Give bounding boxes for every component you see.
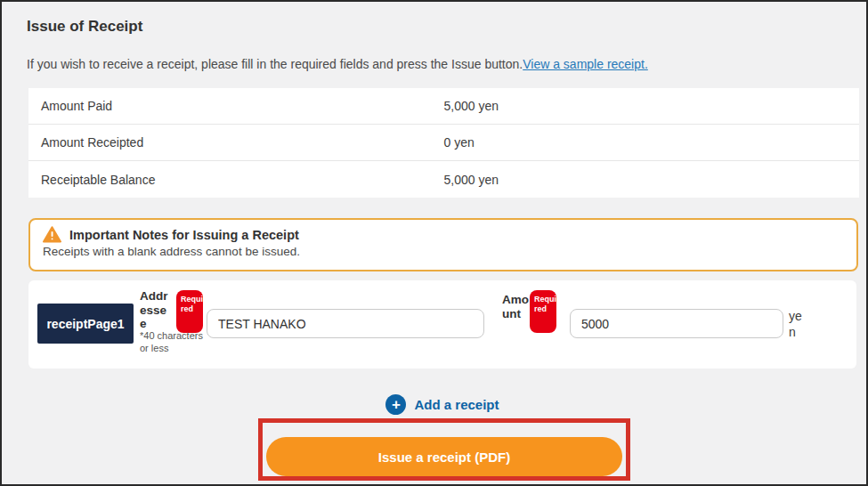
row-value: 5,000 yen <box>444 99 860 113</box>
table-row: Receiptable Balance 5,000 yen <box>28 161 859 198</box>
row-value: 5,000 yen <box>444 173 860 187</box>
row-value: 0 yen <box>444 135 860 150</box>
table-row: Amount Receipted 0 yen <box>28 125 859 161</box>
plus-circle-icon: + <box>385 394 406 415</box>
table-row: Amount Paid 5,000 yen <box>28 88 859 125</box>
important-notes-box: Important Notes for Issuing a Receipt Re… <box>28 218 858 271</box>
add-receipt-button[interactable]: + Add a receipt <box>28 394 856 415</box>
warning-triangle-icon <box>43 226 61 243</box>
addressee-label: Addressee <box>140 289 170 331</box>
row-label: Amount Receipted <box>28 135 444 150</box>
addressee-hint: *40 characters or less <box>140 330 211 355</box>
required-badge: Required <box>176 290 203 333</box>
issue-receipt-pdf-button[interactable]: Issue a receipt (PDF) <box>266 437 622 476</box>
amount-input[interactable] <box>570 309 783 338</box>
instruction-sentence: If you wish to receive a receipt, please… <box>27 57 523 71</box>
page-title: Issue of Receipt <box>27 18 142 36</box>
row-label: Receiptable Balance <box>28 173 444 187</box>
notice-title: Important Notes for Issuing a Receipt <box>69 228 299 242</box>
amount-summary-table: Amount Paid 5,000 yen Amount Receipted 0… <box>28 88 859 198</box>
amount-unit-label: yen <box>789 308 805 340</box>
view-sample-receipt-link[interactable]: View a sample receipt. <box>523 57 648 71</box>
add-receipt-label: Add a receipt <box>414 397 499 412</box>
amount-label: Amount <box>502 293 532 320</box>
required-badge: Required <box>530 290 556 333</box>
addressee-input[interactable] <box>207 309 484 338</box>
row-label: Amount Paid <box>28 99 444 113</box>
receipt-entry-card: receiptPage1 Addressee Required *40 char… <box>28 280 856 369</box>
instruction-text: If you wish to receive a receipt, please… <box>27 57 648 71</box>
notice-body: Receipts with a blank address cannot be … <box>43 245 844 258</box>
receipt-page-badge: receiptPage1 <box>37 304 134 344</box>
